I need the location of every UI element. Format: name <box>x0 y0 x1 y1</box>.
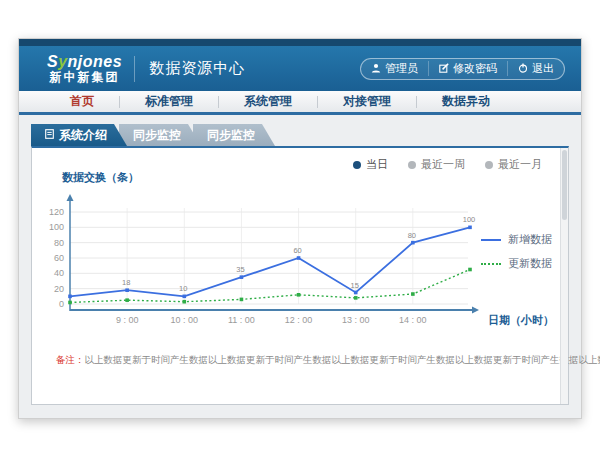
nav-item-data-change[interactable]: 数据异动 <box>417 93 515 110</box>
radio-last-month[interactable]: 最近一月 <box>485 157 542 172</box>
svg-text:60: 60 <box>293 246 301 255</box>
radio-dot-icon <box>353 161 361 169</box>
legend-label: 新增数据 <box>508 232 552 247</box>
user-name-button[interactable]: 管理员 <box>361 61 428 76</box>
y-axis-title: 数据交换（条） <box>62 170 139 185</box>
radio-today[interactable]: 当日 <box>353 157 388 172</box>
chart-panel: 当日 最近一周 最近一月 数据交换（条） 9 : 0010 : 0011 : 0… <box>31 146 569 405</box>
svg-text:120: 120 <box>49 207 64 217</box>
tab-label: 系统介绍 <box>59 124 107 146</box>
nav-item-interface-mgmt[interactable]: 对接管理 <box>318 93 416 110</box>
tab-bar: 系统介绍 同步监控 同步监控 <box>31 124 267 146</box>
app-header: Synjones 新中新集团 数据资源中心 管理员 修改密码 <box>19 46 581 91</box>
legend-line-solid-icon <box>481 239 501 241</box>
svg-text:9 : 00: 9 : 00 <box>116 315 139 325</box>
document-icon <box>45 124 54 146</box>
nav-item-home[interactable]: 首页 <box>45 93 119 110</box>
footnote-text: 以上数据更新于时间产生数据以上数据更新于时间产生数据以上数据更新于时间产生数据以… <box>85 354 600 365</box>
tab-system-intro[interactable]: 系统介绍 <box>31 124 127 146</box>
legend-item-update-data[interactable]: 更新数据 <box>481 256 552 271</box>
content-area: 系统介绍 同步监控 同步监控 当日 最近一周 最近一月 数据交换 <box>19 118 581 418</box>
svg-text:0: 0 <box>59 299 64 309</box>
logo-rest: njones <box>68 53 123 70</box>
logo-text-en: Synjones <box>47 54 122 71</box>
legend-label: 更新数据 <box>508 256 552 271</box>
user-controls: 管理员 修改密码 退出 <box>360 58 565 80</box>
change-password-label: 修改密码 <box>453 61 497 76</box>
svg-text:100: 100 <box>49 222 64 232</box>
svg-text:14 : 00: 14 : 00 <box>399 315 427 325</box>
svg-text:35: 35 <box>236 265 244 274</box>
radio-label: 最近一周 <box>421 157 465 172</box>
svg-text:80: 80 <box>408 231 416 240</box>
svg-text:11 : 00: 11 : 00 <box>228 315 255 325</box>
svg-text:20: 20 <box>54 284 64 294</box>
user-icon <box>371 63 381 75</box>
radio-last-week[interactable]: 最近一周 <box>408 157 465 172</box>
page-title: 数据资源中心 <box>149 59 245 78</box>
svg-text:60: 60 <box>54 253 64 263</box>
exchange-chart-svg: 9 : 0010 : 0011 : 0012 : 0013 : 0014 : 0… <box>32 192 532 332</box>
window-top-strip <box>19 39 581 46</box>
scrollbar-thumb[interactable] <box>562 150 567 220</box>
legend-item-new-data[interactable]: 新增数据 <box>481 232 552 247</box>
radio-label: 当日 <box>366 157 388 172</box>
main-nav: 首页 标准管理 系统管理 对接管理 数据异动 <box>19 91 581 115</box>
svg-text:80: 80 <box>54 238 64 248</box>
logo-text-cn: 新中新集团 <box>47 71 122 84</box>
footnote: 备注：以上数据更新于时间产生数据以上数据更新于时间产生数据以上数据更新于时间产生… <box>56 354 600 367</box>
logout-button[interactable]: 退出 <box>507 61 564 76</box>
radio-label: 最近一月 <box>498 157 542 172</box>
user-name-label: 管理员 <box>385 61 418 76</box>
svg-text:10: 10 <box>179 284 187 293</box>
header-divider <box>134 56 135 82</box>
nav-item-system-mgmt[interactable]: 系统管理 <box>219 93 317 110</box>
x-axis-title: 日期（小时） <box>488 313 554 328</box>
svg-text:12 : 00: 12 : 00 <box>285 315 313 325</box>
nav-item-standard-mgmt[interactable]: 标准管理 <box>120 93 218 110</box>
svg-text:15: 15 <box>351 281 359 290</box>
power-icon <box>518 63 528 75</box>
time-range-filter: 当日 最近一周 最近一月 <box>353 157 542 172</box>
tab-sync-monitor-2[interactable]: 同步监控 <box>193 124 275 146</box>
svg-text:10 : 00: 10 : 00 <box>171 315 199 325</box>
change-password-button[interactable]: 修改密码 <box>428 61 507 76</box>
panel-scrollbar[interactable] <box>560 148 568 404</box>
app-window: Synjones 新中新集团 数据资源中心 管理员 修改密码 <box>18 38 582 419</box>
exchange-chart: 9 : 0010 : 0011 : 0012 : 0013 : 0014 : 0… <box>32 192 532 332</box>
radio-dot-icon <box>485 161 493 169</box>
tab-sync-monitor-1[interactable]: 同步监控 <box>119 124 201 146</box>
edit-icon <box>439 63 449 75</box>
svg-text:13 : 00: 13 : 00 <box>342 315 370 325</box>
svg-text:100: 100 <box>463 215 476 224</box>
svg-text:40: 40 <box>54 268 64 278</box>
footnote-prefix: 备注： <box>56 354 85 365</box>
company-logo: Synjones 新中新集团 <box>47 54 122 83</box>
chart-legend: 新增数据 更新数据 <box>481 232 552 280</box>
radio-dot-icon <box>408 161 416 169</box>
svg-text:18: 18 <box>122 278 130 287</box>
legend-line-dotted-icon <box>481 263 501 265</box>
logout-label: 退出 <box>532 61 554 76</box>
